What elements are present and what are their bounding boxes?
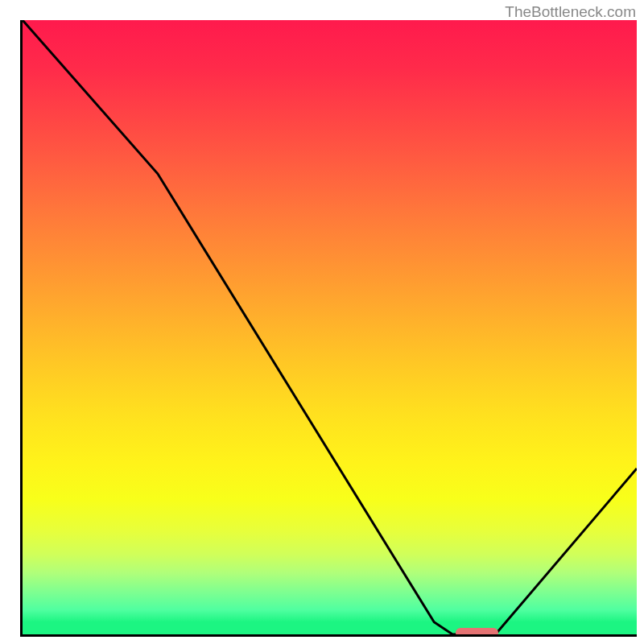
watermark-text: TheBottleneck.com — [505, 3, 636, 21]
line-curve — [23, 20, 637, 634]
highlight-marker — [456, 628, 498, 637]
plot-area — [20, 20, 637, 637]
